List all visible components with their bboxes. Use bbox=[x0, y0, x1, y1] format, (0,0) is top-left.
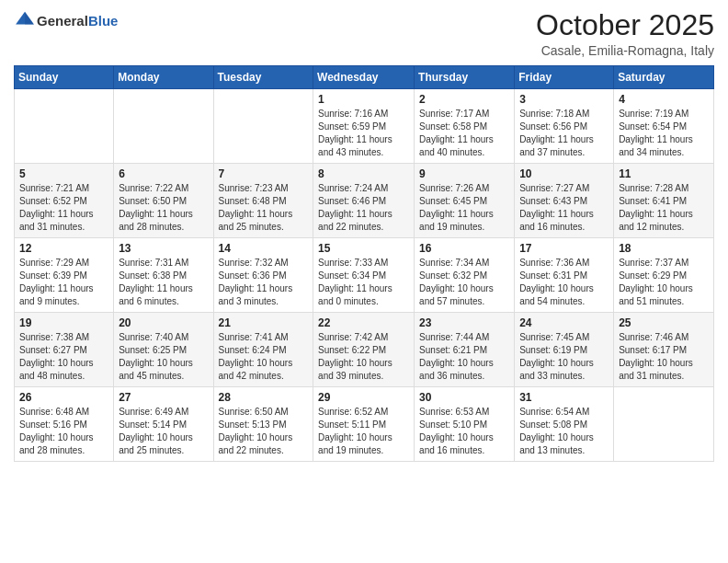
day-number: 5 bbox=[19, 167, 108, 180]
table-cell: 16Sunrise: 7:34 AMSunset: 6:32 PMDayligh… bbox=[415, 238, 515, 313]
day-number: 17 bbox=[519, 242, 609, 255]
day-number: 26 bbox=[19, 391, 108, 404]
table-cell: 14Sunrise: 7:32 AMSunset: 6:36 PMDayligh… bbox=[213, 238, 313, 313]
table-cell: 20Sunrise: 7:40 AMSunset: 6:25 PMDayligh… bbox=[114, 313, 213, 387]
logo-text: GeneralBlue bbox=[37, 14, 118, 29]
day-info: Sunrise: 7:22 AMSunset: 6:50 PMDaylight:… bbox=[119, 182, 208, 234]
table-cell: 31Sunrise: 6:54 AMSunset: 5:08 PMDayligh… bbox=[515, 387, 614, 462]
day-info: Sunrise: 7:36 AMSunset: 6:31 PMDaylight:… bbox=[519, 257, 609, 308]
logo-icon bbox=[15, 9, 35, 29]
day-number: 10 bbox=[519, 167, 609, 180]
day-info: Sunrise: 6:53 AMSunset: 5:10 PMDaylight:… bbox=[419, 406, 509, 457]
day-info: Sunrise: 7:19 AMSunset: 6:54 PMDaylight:… bbox=[619, 108, 709, 159]
logo-blue: Blue bbox=[88, 13, 119, 29]
day-info: Sunrise: 7:31 AMSunset: 6:38 PMDaylight:… bbox=[119, 257, 208, 308]
day-number: 27 bbox=[119, 391, 208, 404]
table-cell: 12Sunrise: 7:29 AMSunset: 6:39 PMDayligh… bbox=[15, 238, 114, 313]
header-row: Sunday Monday Tuesday Wednesday Thursday… bbox=[15, 66, 714, 89]
day-number: 15 bbox=[318, 242, 409, 255]
week-row-2: 5Sunrise: 7:21 AMSunset: 6:52 PMDaylight… bbox=[15, 164, 714, 238]
day-info: Sunrise: 7:23 AMSunset: 6:48 PMDaylight:… bbox=[219, 182, 309, 234]
day-info: Sunrise: 6:50 AMSunset: 5:13 PMDaylight:… bbox=[219, 406, 309, 457]
day-info: Sunrise: 6:54 AMSunset: 5:08 PMDaylight:… bbox=[519, 406, 609, 457]
col-saturday: Saturday bbox=[614, 66, 714, 89]
col-tuesday: Tuesday bbox=[213, 66, 313, 89]
table-cell: 6Sunrise: 7:22 AMSunset: 6:50 PMDaylight… bbox=[114, 164, 213, 238]
page: GeneralBlue October 2025 Casale, Emilia-… bbox=[0, 0, 728, 563]
calendar-table: Sunday Monday Tuesday Wednesday Thursday… bbox=[14, 65, 714, 462]
table-cell: 21Sunrise: 7:41 AMSunset: 6:24 PMDayligh… bbox=[213, 313, 313, 387]
day-info: Sunrise: 7:16 AMSunset: 6:59 PMDaylight:… bbox=[318, 108, 409, 159]
day-info: Sunrise: 7:33 AMSunset: 6:34 PMDaylight:… bbox=[318, 257, 409, 308]
day-info: Sunrise: 7:26 AMSunset: 6:45 PMDaylight:… bbox=[419, 182, 509, 234]
day-number: 19 bbox=[19, 316, 108, 329]
svg-marker-1 bbox=[25, 12, 34, 25]
header: GeneralBlue October 2025 Casale, Emilia-… bbox=[14, 9, 714, 58]
day-number: 3 bbox=[519, 93, 609, 106]
day-number: 16 bbox=[419, 242, 509, 255]
col-thursday: Thursday bbox=[415, 66, 515, 89]
day-number: 7 bbox=[219, 167, 309, 180]
col-wednesday: Wednesday bbox=[313, 66, 415, 89]
table-cell: 9Sunrise: 7:26 AMSunset: 6:45 PMDaylight… bbox=[415, 164, 515, 238]
table-cell: 10Sunrise: 7:27 AMSunset: 6:43 PMDayligh… bbox=[515, 164, 614, 238]
day-info: Sunrise: 7:45 AMSunset: 6:19 PMDaylight:… bbox=[519, 331, 609, 383]
day-number: 22 bbox=[318, 316, 409, 329]
week-row-4: 19Sunrise: 7:38 AMSunset: 6:27 PMDayligh… bbox=[15, 313, 714, 387]
table-cell: 2Sunrise: 7:17 AMSunset: 6:58 PMDaylight… bbox=[415, 89, 515, 164]
table-cell: 3Sunrise: 7:18 AMSunset: 6:56 PMDaylight… bbox=[515, 89, 614, 164]
table-cell: 4Sunrise: 7:19 AMSunset: 6:54 PMDaylight… bbox=[614, 89, 714, 164]
day-number: 20 bbox=[119, 316, 208, 329]
week-row-3: 12Sunrise: 7:29 AMSunset: 6:39 PMDayligh… bbox=[15, 238, 714, 313]
col-sunday: Sunday bbox=[15, 66, 114, 89]
table-cell: 1Sunrise: 7:16 AMSunset: 6:59 PMDaylight… bbox=[313, 89, 415, 164]
day-number: 23 bbox=[419, 316, 509, 329]
table-cell: 13Sunrise: 7:31 AMSunset: 6:38 PMDayligh… bbox=[114, 238, 213, 313]
day-number: 2 bbox=[419, 93, 509, 106]
col-friday: Friday bbox=[515, 66, 614, 89]
day-number: 30 bbox=[419, 391, 509, 404]
table-cell: 7Sunrise: 7:23 AMSunset: 6:48 PMDaylight… bbox=[213, 164, 313, 238]
day-number: 21 bbox=[219, 316, 309, 329]
table-cell: 29Sunrise: 6:52 AMSunset: 5:11 PMDayligh… bbox=[313, 387, 415, 462]
table-cell: 11Sunrise: 7:28 AMSunset: 6:41 PMDayligh… bbox=[614, 164, 714, 238]
table-cell: 25Sunrise: 7:46 AMSunset: 6:17 PMDayligh… bbox=[614, 313, 714, 387]
day-number: 31 bbox=[519, 391, 609, 404]
table-cell: 28Sunrise: 6:50 AMSunset: 5:13 PMDayligh… bbox=[213, 387, 313, 462]
day-number: 29 bbox=[318, 391, 409, 404]
table-cell bbox=[614, 387, 714, 462]
day-number: 6 bbox=[119, 167, 208, 180]
week-row-5: 26Sunrise: 6:48 AMSunset: 5:16 PMDayligh… bbox=[15, 387, 714, 462]
logo-general: General bbox=[37, 13, 88, 29]
logo: GeneralBlue bbox=[14, 9, 118, 33]
day-number: 13 bbox=[119, 242, 208, 255]
table-cell: 15Sunrise: 7:33 AMSunset: 6:34 PMDayligh… bbox=[313, 238, 415, 313]
title-area: October 2025 Casale, Emilia-Romagna, Ita… bbox=[536, 9, 714, 58]
table-cell bbox=[213, 89, 313, 164]
day-info: Sunrise: 7:29 AMSunset: 6:39 PMDaylight:… bbox=[19, 257, 108, 308]
day-info: Sunrise: 7:28 AMSunset: 6:41 PMDaylight:… bbox=[619, 182, 709, 234]
day-info: Sunrise: 7:41 AMSunset: 6:24 PMDaylight:… bbox=[219, 331, 309, 383]
table-cell: 8Sunrise: 7:24 AMSunset: 6:46 PMDaylight… bbox=[313, 164, 415, 238]
table-cell: 24Sunrise: 7:45 AMSunset: 6:19 PMDayligh… bbox=[515, 313, 614, 387]
table-cell: 5Sunrise: 7:21 AMSunset: 6:52 PMDaylight… bbox=[15, 164, 114, 238]
table-cell: 26Sunrise: 6:48 AMSunset: 5:16 PMDayligh… bbox=[15, 387, 114, 462]
table-cell: 18Sunrise: 7:37 AMSunset: 6:29 PMDayligh… bbox=[614, 238, 714, 313]
table-cell: 19Sunrise: 7:38 AMSunset: 6:27 PMDayligh… bbox=[15, 313, 114, 387]
day-info: Sunrise: 7:40 AMSunset: 6:25 PMDaylight:… bbox=[119, 331, 208, 383]
table-cell: 22Sunrise: 7:42 AMSunset: 6:22 PMDayligh… bbox=[313, 313, 415, 387]
table-cell bbox=[15, 89, 114, 164]
day-number: 8 bbox=[318, 167, 409, 180]
table-cell: 17Sunrise: 7:36 AMSunset: 6:31 PMDayligh… bbox=[515, 238, 614, 313]
day-info: Sunrise: 7:24 AMSunset: 6:46 PMDaylight:… bbox=[318, 182, 409, 234]
table-cell: 27Sunrise: 6:49 AMSunset: 5:14 PMDayligh… bbox=[114, 387, 213, 462]
col-monday: Monday bbox=[114, 66, 213, 89]
day-info: Sunrise: 7:46 AMSunset: 6:17 PMDaylight:… bbox=[619, 331, 709, 383]
day-info: Sunrise: 6:52 AMSunset: 5:11 PMDaylight:… bbox=[318, 406, 409, 457]
day-info: Sunrise: 7:17 AMSunset: 6:58 PMDaylight:… bbox=[419, 108, 509, 159]
day-number: 9 bbox=[419, 167, 509, 180]
week-row-1: 1Sunrise: 7:16 AMSunset: 6:59 PMDaylight… bbox=[15, 89, 714, 164]
table-cell: 23Sunrise: 7:44 AMSunset: 6:21 PMDayligh… bbox=[415, 313, 515, 387]
day-info: Sunrise: 7:37 AMSunset: 6:29 PMDaylight:… bbox=[619, 257, 709, 308]
day-number: 12 bbox=[19, 242, 108, 255]
